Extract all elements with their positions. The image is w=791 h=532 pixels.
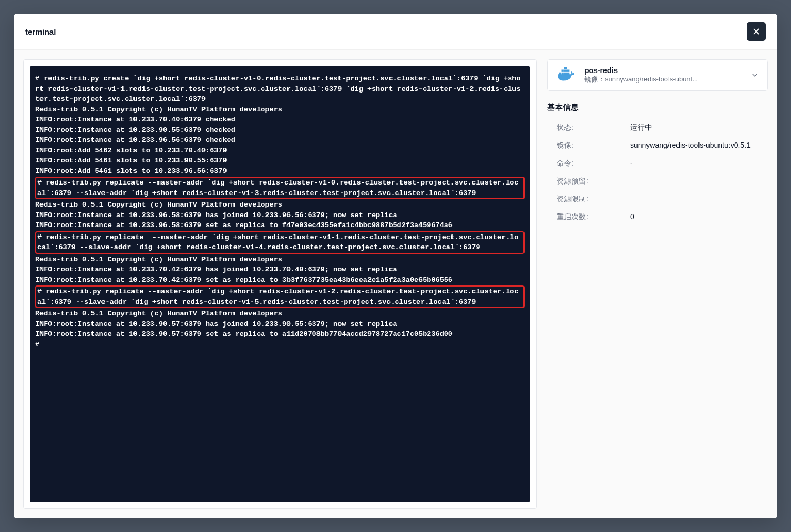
terminal-modal: terminal # redis-trib.py create `dig +sh…	[14, 14, 777, 518]
pod-info: pos-redis 镜像：sunnywang/redis-tools-ubunt…	[584, 66, 744, 84]
highlight-command-1: # redis-trib.py replicate --master-addr …	[35, 177, 525, 199]
info-value: -	[630, 159, 768, 168]
info-row-command: 命令: -	[547, 155, 768, 172]
info-label: 镜像:	[557, 141, 630, 150]
info-row-restart: 重启次数: 0	[547, 208, 768, 226]
terminal-line: # redis-trib.py replicate --master-addr …	[37, 232, 522, 253]
modal-title: terminal	[25, 27, 56, 36]
docker-icon	[556, 67, 578, 84]
info-label: 命令:	[557, 159, 630, 168]
info-value	[630, 195, 768, 204]
close-icon	[752, 27, 761, 36]
terminal-line: # redis-trib.py replicate --master-addr …	[37, 178, 522, 198]
info-label: 资源预留:	[557, 177, 630, 186]
basic-info-title: 基本信息	[547, 103, 768, 112]
terminal-line: # redis-trib.py replicate --master-addr …	[37, 287, 522, 307]
info-label: 状态:	[557, 123, 630, 132]
pod-name: pos-redis	[584, 66, 744, 75]
info-value: sunnywang/redis-tools-ubuntu:v0.5.1	[630, 141, 768, 150]
terminal-line: Redis-trib 0.5.1 Copyright (c) HunanTV P…	[35, 200, 525, 231]
terminal-output[interactable]: # redis-trib.py create `dig +short redis…	[30, 66, 530, 502]
sidebar: pos-redis 镜像：sunnywang/redis-tools-ubunt…	[547, 59, 768, 509]
info-value: 运行中	[630, 123, 768, 132]
info-row-image: 镜像: sunnywang/redis-tools-ubuntu:v0.5.1	[547, 137, 768, 155]
info-label: 重启次数:	[557, 212, 630, 222]
chevron-down-icon	[751, 71, 759, 79]
close-button[interactable]	[747, 22, 766, 41]
info-row-status: 状态: 运行中	[547, 119, 768, 137]
terminal-container: # redis-trib.py create `dig +short redis…	[23, 59, 537, 509]
modal-header: terminal	[14, 14, 777, 50]
info-value	[630, 177, 768, 186]
modal-body: # redis-trib.py create `dig +short redis…	[14, 50, 777, 518]
terminal-line: Redis-trib 0.5.1 Copyright (c) HunanTV P…	[35, 309, 525, 350]
info-value: 0	[630, 212, 768, 222]
svg-rect-5	[564, 70, 567, 72]
svg-rect-4	[562, 70, 564, 72]
svg-rect-6	[567, 70, 569, 72]
terminal-line: Redis-trib 0.5.1 Copyright (c) HunanTV P…	[35, 254, 525, 285]
highlight-command-3: # redis-trib.py replicate --master-addr …	[35, 285, 525, 308]
terminal-line: # redis-trib.py create `dig +short redis…	[35, 74, 525, 176]
info-label: 资源限制:	[557, 195, 630, 204]
pod-image-summary: 镜像：sunnywang/redis-tools-ubunt...	[584, 75, 744, 84]
info-row-limit: 资源限制:	[547, 190, 768, 208]
info-row-reserve: 资源预留:	[547, 172, 768, 190]
highlight-command-2: # redis-trib.py replicate --master-addr …	[35, 231, 525, 254]
pod-card[interactable]: pos-redis 镜像：sunnywang/redis-tools-ubunt…	[547, 59, 768, 91]
svg-rect-7	[564, 67, 567, 69]
